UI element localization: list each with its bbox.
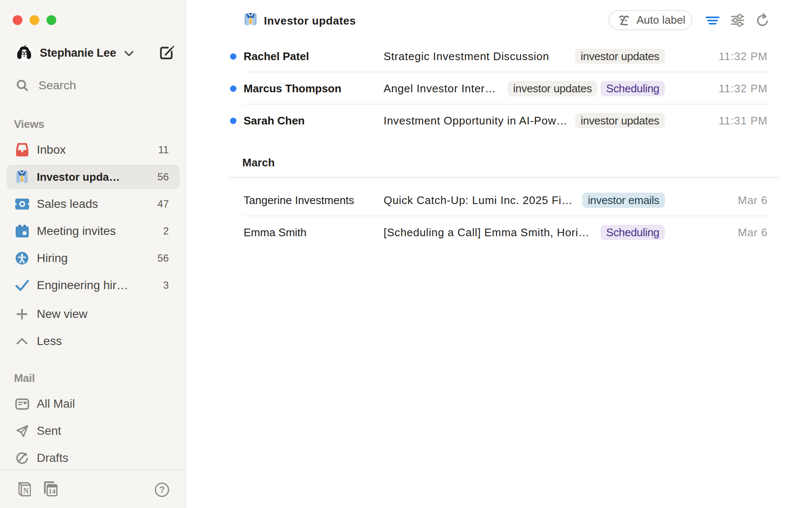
svg-text:14: 14: [49, 487, 56, 495]
svg-text:N: N: [23, 487, 29, 495]
